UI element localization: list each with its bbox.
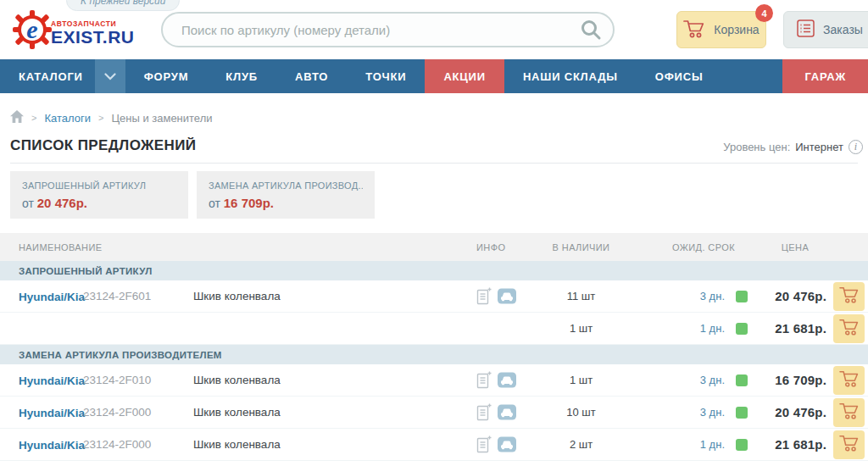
orders-button[interactable]: Заказы [783,11,868,48]
stock-quantity: 10 шт [532,406,630,419]
stock-quantity: 2 шт [532,438,630,451]
price: 21 681р. [757,437,833,452]
delivery-time-link[interactable]: 1 дн. [700,322,725,335]
home-icon[interactable] [10,110,24,125]
nav-item-2[interactable]: КЛУБ [207,59,276,93]
nav-item-label: ТОЧКИ [365,70,406,83]
cart-button[interactable]: Корзина 4 [676,11,766,48]
delivery-time-link[interactable]: 1 дн. [700,438,725,451]
add-to-cart-button[interactable] [833,366,865,395]
search-icon [580,31,602,43]
add-to-cart-button[interactable] [833,430,865,459]
nav-item-3[interactable]: АВТО [276,59,347,93]
logo-tagline: АВТОЗАПЧАСТИ [51,19,135,28]
nav-item-7[interactable]: ОФИСЫ [637,59,722,93]
table-row: Hyundai/Kia 23124-2F000 Шкив коленвала [0,397,868,429]
stock-quantity: 11 шт [532,290,630,302]
page-title: СПИСОК ПРЕДЛОЖЕНИЙ [10,137,196,154]
product-name: Шкив коленвала [193,374,473,386]
price: 16 709р. [757,373,833,387]
breadcrumb-link-catalogs[interactable]: Каталоги [44,112,91,125]
vehicle-applicability-icon[interactable] [498,287,516,305]
summary-card[interactable]: ЗАМЕНА АРТИКУЛА ПРОИЗВОД... от 16 709р. [197,171,375,219]
breadcrumb: > Каталоги > Цены и заменители [10,110,868,125]
svg-text:e: e [26,15,37,43]
stock-quantity: 1 шт [532,374,630,386]
brand-link[interactable]: Hyundai/Kia [19,374,85,387]
availability-indicator [736,323,748,335]
add-to-list-icon[interactable] [476,403,492,421]
add-to-list-icon[interactable] [476,287,492,305]
table-section-header: ЗАМЕНА АРТИКУЛА ПРОИЗВОДИТЕЛЕМ [0,345,868,364]
brand-link[interactable]: Hyundai/Kia [19,291,85,303]
stock-quantity: 1 шт [532,322,630,335]
delivery-time-link[interactable]: 3 дн. [700,290,725,302]
availability-indicator [736,291,748,302]
breadcrumb-separator: > [31,113,36,123]
table-row: Hyundai/Kia 23124-2F000 Шкив коленвала [0,429,868,461]
vehicle-applicability-icon[interactable] [498,371,516,389]
gear-logo-icon: e [10,7,56,53]
availability-indicator [736,407,748,419]
summary-card-prefix: от [209,197,224,210]
nav-item-label: НАШИ СКЛАДЫ [523,70,618,83]
chevron-down-icon[interactable] [95,59,125,93]
offers-table: НАИМЕНОВАНИЕ ИНФО В НАЛИЧИИ ОЖИД. СРОК Ц… [0,233,868,461]
nav-item-label: ОФИСЫ [655,70,704,83]
table-row: Hyundai/Kia 23124-2F601 Шкив коленвала [0,280,868,313]
nav-item-garage[interactable]: ГАРАЖ [782,59,868,93]
orders-label: Заказы [823,23,863,36]
nav-item-4[interactable]: ТОЧКИ [347,59,425,93]
delivery-time-link[interactable]: 3 дн. [700,406,725,419]
product-name: Шкив коленвала [193,290,473,302]
table-section-header: ЗАПРОШЕННЫЙ АРТИКУЛ [0,261,868,280]
add-to-cart-button[interactable] [833,398,865,427]
section-title: ЗАПРОШЕННЫЙ АРТИКУЛ [19,266,153,276]
cart-icon [839,318,860,339]
header-buttons: Корзина 4 Заказы [676,11,868,48]
cart-icon [839,434,860,455]
search-input[interactable] [161,12,615,47]
page: К прежней версии [0,0,868,466]
nav-item-label: КЛУБ [225,70,258,83]
availability-indicator [736,439,748,451]
search-button[interactable] [579,19,603,42]
vehicle-applicability-icon[interactable] [498,403,516,421]
product-name: Шкив коленвала [193,438,473,451]
cart-icon [839,369,860,391]
availability-indicator [736,374,748,386]
summary-card-title: ЗАПРОШЕННЫЙ АРТИКУЛ [22,180,176,191]
cart-badge: 4 [755,4,773,22]
delivery-time-link[interactable]: 3 дн. [700,374,725,386]
brand-link[interactable]: Hyundai/Kia [19,407,85,419]
logo-text: АВТОЗАПЧАСТИ EXIST.RU [51,19,135,46]
info-icon[interactable]: i [849,140,863,154]
price: 21 681р. [757,321,833,336]
nav-item-1[interactable]: ФОРУМ [125,59,208,93]
section-title: ЗАМЕНА АРТИКУЛА ПРОИЗВОДИТЕЛЕМ [19,350,222,360]
price-level-value: Интернет [795,141,843,153]
nav-item-5[interactable]: АКЦИИ [425,59,504,93]
add-to-cart-button[interactable] [833,282,865,311]
nav-items: КАТАЛОГИ ФОРУМ КЛУБ АВТО ТОЧКИ АКЦИИ НАШ… [0,59,721,93]
logo-title: EXIST.RU [51,28,135,46]
col-header-name: НАИМЕНОВАНИЕ [0,242,473,252]
product-name: Шкив коленвала [193,406,473,419]
add-to-cart-button[interactable] [833,314,865,343]
legacy-version-link[interactable]: К прежней версии [66,0,180,11]
article-number: 23124-2F601 [83,290,193,302]
price: 20 476р. [757,405,833,419]
summary-cards: ЗАПРОШЕННЫЙ АРТИКУЛ от 20 476р. ЗАМЕНА А… [10,171,858,219]
cart-icon [839,402,860,423]
price: 20 476р. [757,289,833,303]
brand-link[interactable]: Hyundai/Kia [19,439,85,452]
nav-item-0[interactable]: КАТАЛОГИ [0,59,125,93]
breadcrumb-current: Цены и заменители [111,112,212,125]
summary-card[interactable]: ЗАПРОШЕННЫЙ АРТИКУЛ от 20 476р. [10,171,188,219]
price-level-label: Уровень цен: [723,141,790,153]
add-to-list-icon[interactable] [476,435,492,453]
add-to-list-icon[interactable] [476,371,492,389]
nav-item-6[interactable]: НАШИ СКЛАДЫ [504,59,637,93]
vehicle-applicability-icon[interactable] [498,435,516,453]
exist-logo[interactable]: e АВТОЗАПЧАСТИ EXIST.RU [10,7,153,53]
